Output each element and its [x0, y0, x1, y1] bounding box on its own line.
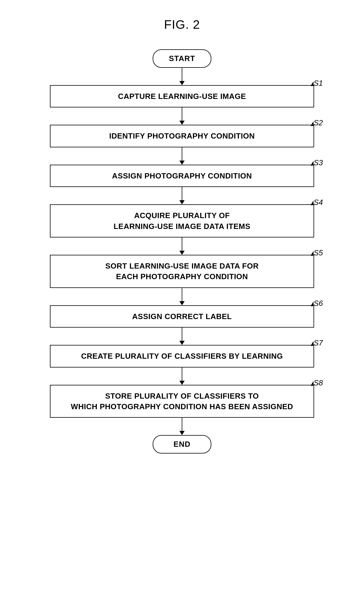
step-s1-wrapper: S1 CAPTURE LEARNING-USE IMAGE	[50, 85, 314, 107]
step-label-s4: S4	[311, 198, 323, 207]
step-s7: CREATE PLURALITY OF CLASSIFIERS BY LEARN…	[50, 345, 314, 367]
start-terminal: START	[153, 49, 211, 68]
step-s8: STORE PLURALITY OF CLASSIFIERS TO WHICH …	[50, 385, 314, 418]
step-s2-wrapper: S2 IDENTIFY PHOTOGRAPHY CONDITION	[50, 125, 314, 147]
arrow-7	[179, 328, 185, 345]
step-label-s7: S7	[311, 338, 323, 348]
step-s4: ACQUIRE PLURALITY OF LEARNING-USE IMAGE …	[50, 204, 314, 237]
step-label-s2: S2	[311, 118, 323, 127]
page-title: FIG. 2	[164, 18, 200, 32]
end-terminal: END	[153, 435, 211, 454]
step-label-s8: S8	[311, 378, 323, 387]
arrow-6	[179, 288, 185, 305]
step-label-s3: S3	[311, 158, 323, 167]
arrow-5	[179, 237, 185, 255]
arrow-3	[179, 147, 185, 165]
step-s6: ASSIGN CORRECT LABEL	[50, 305, 314, 328]
step-label-s1: S1	[311, 79, 323, 88]
arrow-4	[179, 187, 185, 204]
step-label-s5: S5	[311, 248, 323, 257]
step-s5-wrapper: S5 SORT LEARNING-USE IMAGE DATA FOR EACH…	[50, 255, 314, 288]
step-s3-wrapper: S3 ASSIGN PHOTOGRAPHY CONDITION	[50, 165, 314, 187]
step-s8-wrapper: S8 STORE PLURALITY OF CLASSIFIERS TO WHI…	[50, 385, 314, 418]
step-s2: IDENTIFY PHOTOGRAPHY CONDITION	[50, 125, 314, 147]
arrow-2	[179, 107, 185, 125]
step-s4-wrapper: S4 ACQUIRE PLURALITY OF LEARNING-USE IMA…	[50, 204, 314, 237]
arrow-9	[179, 418, 185, 435]
step-s3: ASSIGN PHOTOGRAPHY CONDITION	[50, 165, 314, 187]
flowchart: START S1 CAPTURE LEARNING-USE IMAGE S2 I…	[0, 49, 364, 454]
arrow-1	[179, 68, 185, 85]
step-label-s6: S6	[311, 299, 323, 308]
arrow-8	[179, 368, 185, 385]
step-s6-wrapper: S6 ASSIGN CORRECT LABEL	[50, 305, 314, 328]
step-s1: CAPTURE LEARNING-USE IMAGE	[50, 85, 314, 107]
step-s7-wrapper: S7 CREATE PLURALITY OF CLASSIFIERS BY LE…	[50, 345, 314, 367]
step-s5: SORT LEARNING-USE IMAGE DATA FOR EACH PH…	[50, 255, 314, 288]
